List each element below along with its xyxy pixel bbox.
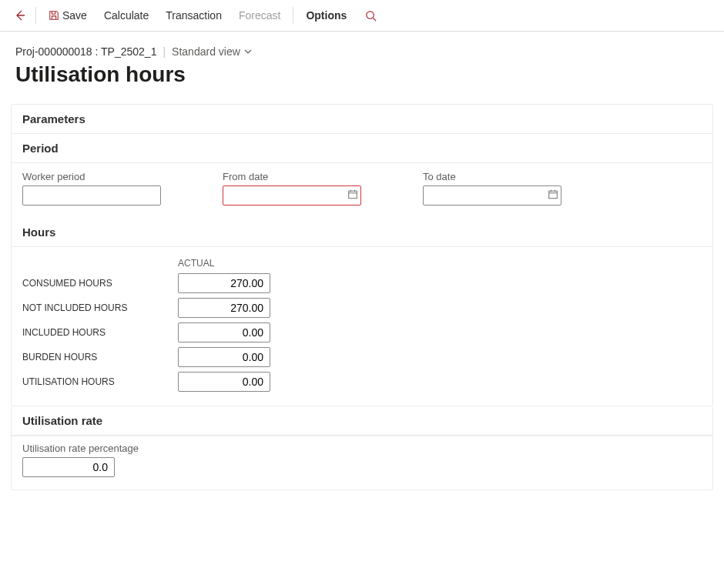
hours-header[interactable]: Hours [12, 218, 712, 247]
breadcrumb-separator: | [163, 45, 166, 58]
period-header[interactable]: Period [12, 134, 712, 163]
row-label: CONSUMED HOURS [22, 278, 169, 289]
chevron-down-icon [243, 47, 253, 56]
page-title: Utilisation hours [15, 62, 709, 87]
arrow-left-icon [14, 9, 26, 22]
view-label: Standard view [172, 45, 240, 58]
included-hours-input[interactable] [178, 322, 270, 342]
not-included-hours-input[interactable] [178, 298, 270, 318]
save-label: Save [62, 9, 87, 22]
rate-body: Utilisation rate percentage [12, 436, 712, 489]
from-date-label: From date [223, 171, 361, 182]
breadcrumb-project: Proj-000000018 : TP_2502_1 [15, 45, 156, 58]
field-worker-period: Worker period [22, 171, 161, 205]
field-to-date: To date [423, 171, 561, 205]
svg-line-1 [373, 18, 376, 21]
row-label: BURDEN HOURS [22, 352, 169, 362]
toolbar: Save Calculate Transaction Forecast Opti… [0, 0, 724, 32]
hours-table: ACTUAL CONSUMED HOURS NOT INCLUDED HOURS… [22, 258, 702, 392]
hours-body: ACTUAL CONSUMED HOURS NOT INCLUDED HOURS… [12, 247, 712, 406]
save-icon [49, 10, 59, 21]
hours-column-actual: ACTUAL [178, 258, 278, 269]
from-date-input[interactable] [223, 185, 361, 205]
to-date-label: To date [423, 171, 561, 182]
row-label: NOT INCLUDED HOURS [22, 302, 169, 313]
burden-hours-input[interactable] [178, 347, 270, 367]
breadcrumb: Proj-000000018 : TP_2502_1 | Standard vi… [15, 45, 709, 58]
row-label: INCLUDED HOURS [22, 327, 169, 338]
to-date-wrap [423, 185, 561, 205]
search-button[interactable] [360, 5, 380, 25]
toolbar-separator [35, 7, 36, 24]
search-icon [365, 10, 377, 22]
worker-period-input[interactable] [22, 185, 161, 205]
to-date-input[interactable] [423, 185, 561, 205]
utilisation-hours-input[interactable] [178, 372, 270, 392]
rate-percentage-label: Utilisation rate percentage [22, 443, 702, 454]
back-button[interactable] [9, 5, 31, 26]
period-body: Worker period From date To date [12, 163, 712, 218]
consumed-hours-input[interactable] [178, 273, 270, 293]
toolbar-separator [293, 7, 293, 24]
rate-percentage-input[interactable] [22, 457, 115, 477]
calculate-button[interactable]: Calculate [96, 6, 156, 25]
worker-period-label: Worker period [22, 171, 161, 182]
transaction-button[interactable]: Transaction [158, 6, 230, 25]
svg-point-0 [367, 11, 374, 18]
parameters-header[interactable]: Parameters [12, 105, 712, 134]
page-header: Proj-000000018 : TP_2502_1 | Standard vi… [0, 32, 724, 93]
panel-utilisation-rate: Utilisation rate Utilisation rate percen… [11, 406, 713, 490]
from-date-wrap [223, 185, 361, 205]
panel-parameters: Parameters Period Worker period From dat… [11, 104, 713, 406]
row-label: UTILISATION HOURS [22, 376, 169, 387]
field-from-date: From date [223, 171, 361, 205]
view-selector[interactable]: Standard view [172, 45, 253, 58]
forecast-button: Forecast [231, 6, 288, 25]
options-button[interactable]: Options [298, 6, 354, 25]
save-button[interactable]: Save [41, 6, 95, 25]
utilisation-rate-header[interactable]: Utilisation rate [12, 406, 712, 436]
